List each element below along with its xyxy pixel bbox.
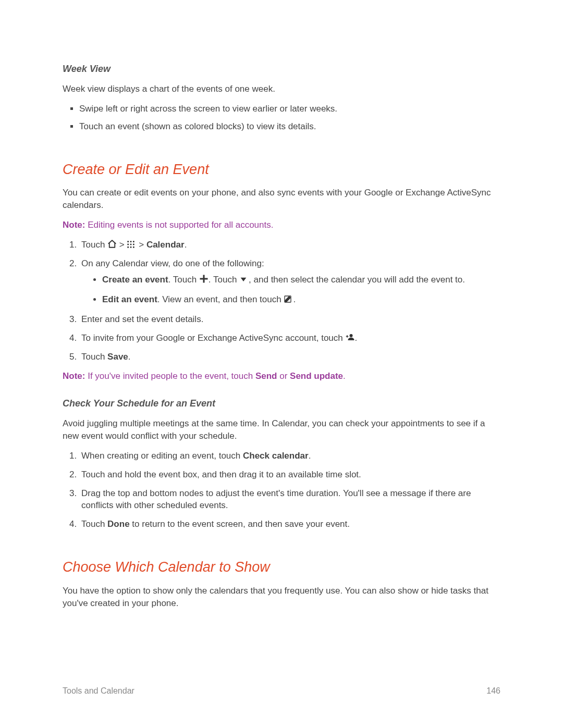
svg-rect-6 [128,246,129,248]
step-text: . [128,352,131,362]
sub-bullets: Create an event. Touch . Touch , and the… [81,274,500,306]
svg-rect-7 [130,246,132,248]
step-bold: Edit an event [102,294,157,304]
heading-choose-calendar: Choose Which Calendar to Show [63,558,500,577]
page-footer: Tools and Calendar 146 [63,685,500,697]
list-item: Touch Save. [79,351,500,363]
list-item: Create an event. Touch . Touch , and the… [102,274,500,286]
list-item: Touch an event (shown as colored blocks)… [79,120,500,133]
note-editing-accounts: Note: Editing events is not supported fo… [63,219,500,231]
step-text: On any Calendar view, do one of the foll… [81,258,264,268]
check-schedule-steps: When creating or editing an event, touch… [63,450,500,530]
svg-rect-5 [133,243,134,245]
svg-rect-8 [133,246,134,248]
note-send-update: Note: If you've invited people to the ev… [63,370,500,382]
home-icon [107,239,117,249]
step-text: . Touch [209,275,239,285]
step-bold: Done [107,519,130,529]
add-person-icon [346,332,355,342]
list-item: Edit an event. View an event, and then t… [102,293,500,306]
step-text: to return to the event screen, and then … [130,519,350,529]
step-text: When creating or editing an event, touch [81,451,243,461]
step-text: . [309,451,311,461]
svg-rect-14 [347,335,348,338]
list-item: Drag the top and bottom nodes to adjust … [79,487,500,512]
edit-icon [284,294,293,304]
step-text: . [185,240,187,250]
note-text: If you've invited people to the event, t… [85,371,255,381]
step-text: . Touch [168,275,199,285]
svg-rect-10 [200,278,207,280]
week-view-intro: Week view displays a chart of the events… [63,83,500,95]
note-bold: Send [255,371,277,381]
list-item: To invite from your Google or Exchange A… [79,332,500,344]
svg-rect-1 [130,241,132,242]
create-edit-intro: You can create or edit events on your ph… [63,187,500,212]
step-text: . [355,333,358,343]
footer-section: Tools and Calendar [63,685,134,697]
list-item: Touch Done to return to the event screen… [79,518,500,530]
note-label: Note: [63,220,85,230]
step-bold: Create an event [102,275,168,285]
list-item: When creating or editing an event, touch… [79,450,500,462]
note-bold: Send update [290,371,343,381]
svg-rect-0 [128,241,129,242]
svg-rect-3 [128,243,129,245]
page-number: 146 [486,685,500,697]
heading-create-edit-event: Create or Edit an Event [63,160,500,180]
list-item: Touch > > Calendar. [79,239,500,251]
list-item: On any Calendar view, do one of the foll… [79,257,500,306]
note-label: Note: [63,371,85,381]
list-item: Enter and set the event details. [79,313,500,326]
note-text: . [343,371,346,381]
page: Week View Week view displays a chart of … [0,0,563,728]
heading-week-view: Week View [63,63,500,76]
svg-rect-4 [130,243,132,245]
svg-rect-2 [133,241,134,242]
dropdown-triangle-icon [239,275,249,284]
check-schedule-intro: Avoid juggling multiple meetings at the … [63,417,500,442]
step-text: . [293,294,296,304]
svg-point-12 [349,334,352,337]
step-text: > [139,240,146,250]
create-edit-steps: Touch > > Calendar. On any Calendar view… [63,239,500,363]
step-text: Touch [81,352,107,362]
list-item: Swipe left or right across the screen to… [79,103,500,115]
apps-grid-icon [127,240,136,249]
step-text: Touch [81,240,107,250]
note-text: or [277,371,290,381]
step-text: , and then select the calendar you will … [249,275,465,285]
step-text: . View an event, and then touch [157,294,284,304]
choose-calendar-intro: You have the option to show only the cal… [63,585,500,610]
heading-check-schedule: Check Your Schedule for an Event [63,397,500,410]
step-text: > [119,240,127,250]
step-bold: Save [107,352,128,362]
plus-icon [199,274,209,283]
step-text: To invite from your Google or Exchange A… [81,333,346,343]
step-text: Touch [81,519,107,529]
step-bold: Calendar [146,240,185,250]
week-view-bullets: Swipe left or right across the screen to… [63,103,500,133]
list-item: Touch and hold the event box, and then d… [79,468,500,481]
step-bold: Check calendar [243,451,309,461]
note-text: Editing events is not supported for all … [85,220,273,230]
